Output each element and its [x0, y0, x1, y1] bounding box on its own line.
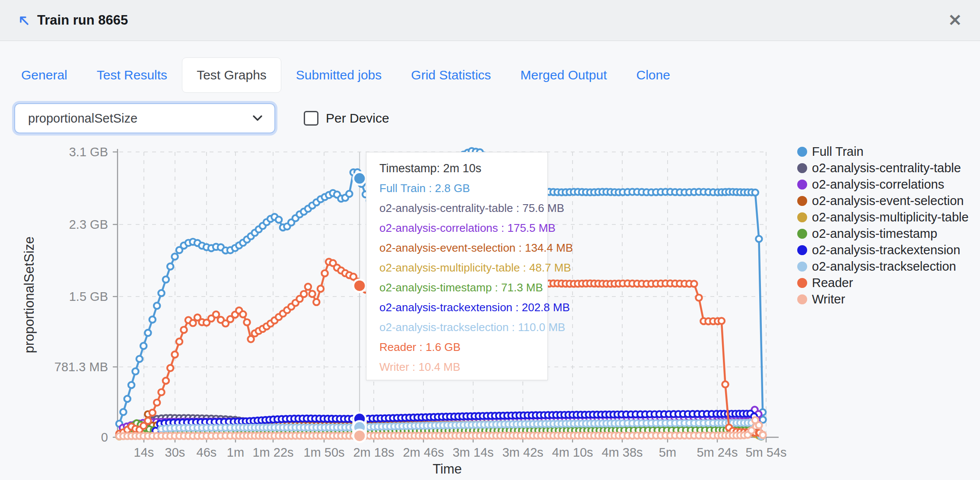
tooltip-row-o2-analysis-centrality-table: o2-analysis-centrality-table : 75.6 MB: [379, 198, 547, 218]
legend-label: o2-analysis-multiplicity-table: [812, 210, 969, 224]
y-axis-title: proportionalSetSize: [22, 237, 37, 354]
legend-label: Full Train: [812, 145, 863, 159]
legend-dot: [797, 294, 807, 304]
svg-text:1m 22s: 1m 22s: [252, 445, 293, 459]
train-run-modal: { "header": { "title": "Train run 8665",…: [0, 0, 980, 480]
tooltip-row-o2-analysis-trackselection: o2-analysis-trackselection : 110.0 MB: [379, 317, 547, 337]
legend-item-o2-analysis-trackselection[interactable]: o2-analysis-trackselection: [797, 260, 969, 273]
legend-label: o2-analysis-trackselection: [812, 259, 956, 274]
legend-item-full-train[interactable]: Full Train: [797, 145, 969, 158]
legend-dot: [797, 180, 807, 189]
tooltip-row-o2-analysis-multiplicity-table: o2-analysis-multiplicity-table : 48.7 MB: [379, 258, 547, 278]
legend-label: Reader: [812, 276, 853, 290]
legend-dot: [797, 245, 807, 255]
svg-text:5m 54s: 5m 54s: [745, 445, 786, 459]
svg-text:14s: 14s: [134, 445, 154, 459]
svg-text:1.5 GB: 1.5 GB: [69, 290, 108, 303]
tooltip-row-full-train: Full Train : 2.8 GB: [379, 178, 547, 198]
legend-dot: [797, 196, 807, 206]
tooltip-row-writer: Writer : 10.4 MB: [379, 357, 547, 377]
legend-dot: [797, 229, 807, 239]
legend-item-o2-analysis-trackextension[interactable]: o2-analysis-trackextension: [797, 244, 969, 256]
legend-dot: [797, 212, 807, 222]
legend-dot: [797, 262, 807, 272]
legend-label: o2-analysis-trackextension: [812, 243, 960, 257]
x-axis-title: Time: [433, 461, 462, 477]
svg-text:4m 38s: 4m 38s: [601, 445, 643, 459]
svg-text:2.3 GB: 2.3 GB: [69, 218, 108, 231]
svg-text:1m 50s: 1m 50s: [303, 445, 344, 459]
svg-text:781.3 MB: 781.3 MB: [54, 360, 108, 374]
tooltip-row-o2-analysis-event-selection: o2-analysis-event-selection : 134.4 MB: [379, 238, 547, 258]
svg-text:3m 14s: 3m 14s: [452, 445, 493, 459]
svg-text:46s: 46s: [197, 445, 217, 459]
svg-text:5m: 5m: [659, 445, 676, 459]
tooltip-timestamp: Timestamp: 2m 10s: [379, 158, 547, 178]
tooltip-row-reader: Reader : 1.6 GB: [379, 337, 547, 357]
svg-text:5m 24s: 5m 24s: [697, 445, 738, 459]
legend-item-o2-analysis-timestamp[interactable]: o2-analysis-timestamp: [797, 227, 969, 240]
svg-text:30s: 30s: [165, 445, 185, 459]
svg-text:1m: 1m: [227, 445, 244, 459]
legend-item-o2-analysis-centrality-table[interactable]: o2-analysis-centrality-table: [797, 162, 969, 174]
svg-text:4m 10s: 4m 10s: [552, 445, 593, 459]
legend-item-o2-analysis-correlations[interactable]: o2-analysis-correlations: [797, 178, 969, 191]
legend-label: o2-analysis-event-selection: [812, 194, 964, 208]
tooltip-row-o2-analysis-timestamp: o2-analysis-timestamp : 71.3 MB: [379, 278, 547, 297]
svg-text:3m 42s: 3m 42s: [502, 445, 543, 459]
tooltip-row-o2-analysis-correlations: o2-analysis-correlations : 175.5 MB: [379, 218, 547, 238]
legend-item-o2-analysis-multiplicity-table[interactable]: o2-analysis-multiplicity-table: [797, 211, 969, 224]
legend-dot: [797, 147, 807, 157]
svg-text:3.1 GB: 3.1 GB: [69, 145, 108, 159]
svg-text:2m 18s: 2m 18s: [353, 445, 394, 459]
tooltip-row-o2-analysis-trackextension: o2-analysis-trackextension : 202.8 MB: [379, 297, 547, 317]
chart-tooltip: Timestamp: 2m 10s Full Train : 2.8 GBo2-…: [366, 152, 548, 380]
legend-label: o2-analysis-correlations: [812, 177, 944, 192]
svg-text:2m 46s: 2m 46s: [403, 445, 444, 459]
svg-text:0: 0: [101, 430, 108, 444]
legend-dot: [797, 278, 807, 288]
legend-item-o2-analysis-event-selection[interactable]: o2-analysis-event-selection: [797, 195, 969, 207]
legend-dot: [797, 163, 807, 173]
chart-legend: Full Traino2-analysis-centrality-tableo2…: [797, 145, 969, 306]
legend-item-reader[interactable]: Reader: [797, 277, 969, 289]
legend-label: o2-analysis-timestamp: [812, 227, 937, 241]
legend-item-writer[interactable]: Writer: [797, 293, 969, 306]
legend-label: Writer: [812, 292, 845, 306]
legend-label: o2-analysis-centrality-table: [812, 161, 961, 175]
